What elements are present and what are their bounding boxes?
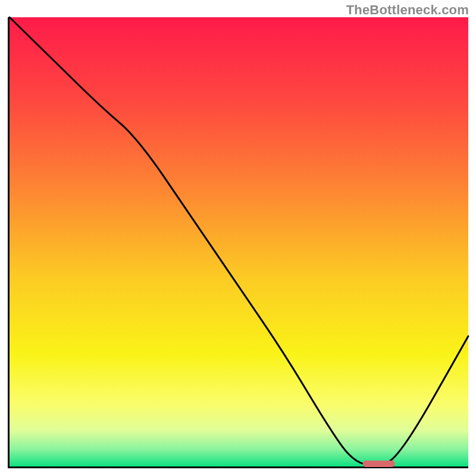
optimum-marker <box>363 461 395 467</box>
watermark-text: TheBottleneck.com <box>346 2 469 18</box>
plot-svg <box>10 17 468 466</box>
chart-stage: TheBottleneck.com <box>0 0 476 476</box>
